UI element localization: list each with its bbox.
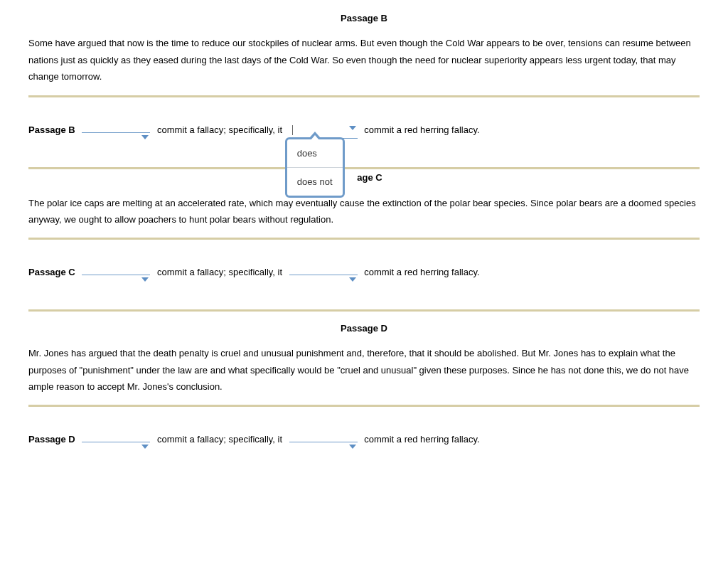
question-fragment: commit a fallacy; specifically, it [157,434,282,445]
caret-down-icon [349,126,356,130]
divider [28,238,700,240]
caret-down-icon [141,135,149,139]
dropdown-menu: does does not [285,137,345,198]
dropdown-c2[interactable] [289,275,358,275]
dropdown-d2[interactable] [289,442,358,442]
question-fragment: commit a red herring fallacy. [364,434,479,445]
question-label: Passage B [28,124,75,135]
dropdown-b1[interactable] [82,132,150,133]
passage-text: Some have argued that now is the time to… [28,35,700,85]
question-fragment: commit a fallacy; specifically, it [157,124,282,135]
question-row-c: Passage C commit a fallacy; specifically… [28,264,700,280]
dropdown-c1[interactable] [82,275,150,275]
dropdown-d1[interactable] [82,442,150,442]
question-fragment: commit a fallacy; specifically, it [157,267,282,277]
question-label: Passage D [28,434,75,445]
passage-text: The polar ice caps are melting at an acc… [28,195,700,228]
caret-down-icon [349,277,356,282]
caret-down-icon [141,445,149,449]
caret-down-icon [141,277,149,282]
dropdown-b2[interactable] [289,123,358,139]
question-label: Passage C [28,267,75,277]
passage-heading: Passage D [28,320,700,336]
divider [28,309,700,312]
dropdown-option-does[interactable]: does [287,139,343,167]
passage-heading: Passage B [28,10,700,26]
dropdown-option-does-not[interactable]: does not [287,167,343,196]
divider [28,95,700,97]
divider [28,405,700,407]
question-fragment: commit a red herring fallacy. [364,124,479,135]
question-fragment: commit a red herring fallacy. [364,267,479,277]
question-row-d: Passage D commit a fallacy; specifically… [28,431,700,447]
passage-text: Mr. Jones has argued that the death pena… [28,345,700,395]
caret-down-icon [349,445,356,449]
question-row-b: Passage B commit a fallacy; specifically… [28,122,700,139]
passage-heading: Paage C [28,169,700,186]
